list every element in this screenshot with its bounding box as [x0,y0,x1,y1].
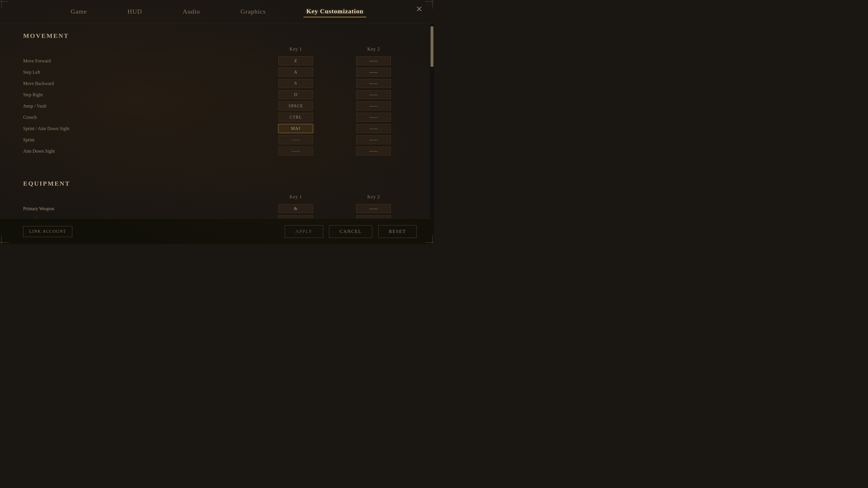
scrollbar-track[interactable] [430,24,434,218]
key2-cell[interactable]: ----- [356,204,391,213]
action-label: Crouch [23,111,257,123]
key2-cell[interactable]: ----- [356,56,391,65]
link-account-button[interactable]: LINK ACCOUNT [23,226,72,237]
key1-cell[interactable]: Z [278,56,313,65]
equipment-section-title: EQUIPMENT [23,180,412,187]
key2-cell[interactable]: ----- [356,79,391,88]
table-row: Secondary Weapon é ----- [23,214,412,218]
movement-section-title: MOVEMENT [23,32,412,40]
apply-button[interactable]: APPLY [285,225,323,238]
action-label: Primary Weapon [23,203,257,214]
action-label: Move Backward [23,78,257,89]
table-row: Primary Weapon & ----- [23,203,412,214]
corner-decoration-br [411,221,434,244]
equipment-action-header [23,193,257,203]
key1-cell[interactable]: D [278,90,313,99]
key1-cell[interactable]: MAJ [278,124,313,133]
action-label: Move Forward [23,55,257,66]
table-row: Step Right D ----- [23,89,412,100]
key1-cell[interactable]: S [278,79,313,88]
top-nav: Game HUD Audio Graphics Key Customizatio… [0,0,434,24]
svg-point-2 [1,242,2,243]
table-row: Crouch CTRL ----- [23,111,412,123]
key2-cell[interactable]: ----- [356,147,391,156]
table-row: Step Left A ----- [23,66,412,78]
key2-cell[interactable]: ----- [356,124,391,133]
equipment-table: Key 1 Key 2 Primary Weapon & ----- Secon… [23,193,412,218]
equipment-key1-header: Key 1 [257,193,335,203]
nav-key-customization[interactable]: Key Customization [304,6,366,18]
corner-decoration-bl [0,221,23,244]
action-label: Sprint [23,134,257,145]
action-label: Aim Down Sight [23,145,257,157]
bottom-bar: LINK ACCOUNT APPLY CANCEL RESET [0,218,434,244]
svg-point-3 [432,242,433,243]
table-row: Sprint ----- ----- [23,134,412,145]
table-row: Move Forward Z ----- [23,55,412,66]
key2-cell[interactable]: ----- [356,90,391,99]
movement-table: Key 1 Key 2 Move Forward Z ----- Step Le… [23,45,412,157]
content-area: MOVEMENT Key 1 Key 2 Move Forward Z ----… [0,24,434,218]
key1-cell[interactable]: ----- [278,147,313,156]
action-label: Jump / Vault [23,100,257,111]
key1-cell[interactable]: é [278,216,313,218]
table-row: Move Backward S ----- [23,78,412,89]
key1-cell[interactable]: CTRL [278,113,313,122]
nav-hud[interactable]: HUD [125,6,145,17]
key2-cell[interactable]: ----- [356,216,391,218]
cancel-button[interactable]: CANCEL [329,225,372,238]
action-label: Step Left [23,66,257,78]
key1-cell[interactable]: A [278,68,313,76]
key1-cell[interactable]: & [278,204,313,213]
key2-cell[interactable]: ----- [356,135,391,144]
key2-cell[interactable]: ----- [356,101,391,110]
close-button[interactable]: ✕ [416,5,423,13]
scroll-pane[interactable]: MOVEMENT Key 1 Key 2 Move Forward Z ----… [0,24,430,218]
nav-graphics[interactable]: Graphics [238,6,269,17]
nav-audio[interactable]: Audio [180,6,203,17]
movement-key1-header: Key 1 [257,45,335,55]
nav-game[interactable]: Game [68,6,90,17]
table-row: Sprint / Aim Down Sight MAJ ----- [23,123,412,134]
table-row: Aim Down Sight ----- ----- [23,145,412,157]
movement-key2-header: Key 2 [335,45,412,55]
scrollbar-thumb[interactable] [431,26,433,67]
action-label: Sprint / Aim Down Sight [23,123,257,134]
key2-cell[interactable]: ----- [356,113,391,122]
action-label: Step Right [23,89,257,100]
key1-cell[interactable]: SPACE [278,101,313,110]
action-label: Secondary Weapon [23,214,257,218]
equipment-key2-header: Key 2 [335,193,412,203]
movement-action-header [23,45,257,55]
key2-cell[interactable]: ----- [356,68,391,76]
key1-cell[interactable]: ----- [278,135,313,144]
table-row: Jump / Vault SPACE ----- [23,100,412,111]
